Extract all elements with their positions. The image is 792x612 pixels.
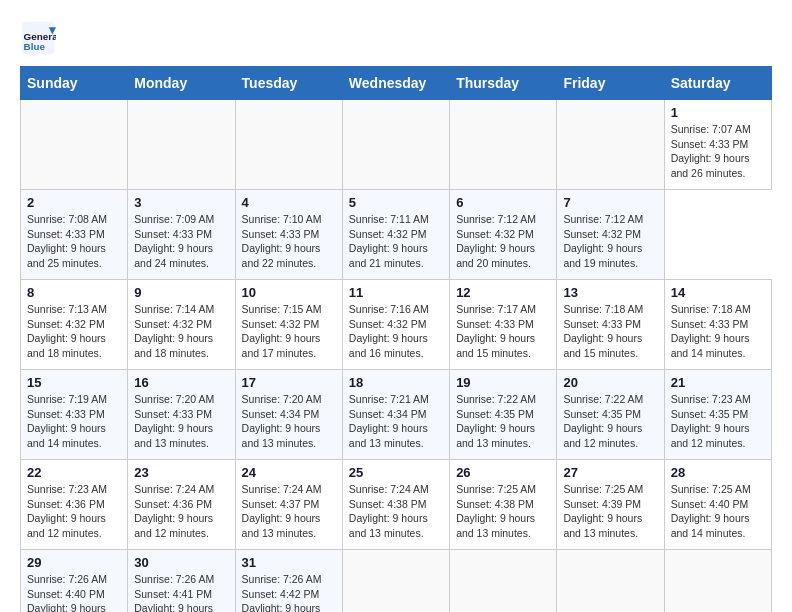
- calendar-day-cell: 12 Sunrise: 7:17 AMSunset: 4:33 PMDaylig…: [450, 280, 557, 370]
- day-info: Sunrise: 7:07 AMSunset: 4:33 PMDaylight:…: [671, 123, 751, 179]
- calendar-day-cell: 16 Sunrise: 7:20 AMSunset: 4:33 PMDaylig…: [128, 370, 235, 460]
- day-info: Sunrise: 7:13 AMSunset: 4:32 PMDaylight:…: [27, 303, 107, 359]
- calendar-day-cell: 25 Sunrise: 7:24 AMSunset: 4:38 PMDaylig…: [342, 460, 449, 550]
- calendar-day-cell: 3 Sunrise: 7:09 AMSunset: 4:33 PMDayligh…: [128, 190, 235, 280]
- day-number: 4: [242, 195, 336, 210]
- calendar-table: SundayMondayTuesdayWednesdayThursdayFrid…: [20, 66, 772, 612]
- day-info: Sunrise: 7:23 AMSunset: 4:35 PMDaylight:…: [671, 393, 751, 449]
- day-info: Sunrise: 7:22 AMSunset: 4:35 PMDaylight:…: [456, 393, 536, 449]
- calendar-day-cell: 1 Sunrise: 7:07 AMSunset: 4:33 PMDayligh…: [664, 100, 771, 190]
- calendar-day-cell: 14 Sunrise: 7:18 AMSunset: 4:33 PMDaylig…: [664, 280, 771, 370]
- day-number: 15: [27, 375, 121, 390]
- day-number: 30: [134, 555, 228, 570]
- day-number: 19: [456, 375, 550, 390]
- empty-cell: [128, 100, 235, 190]
- day-number: 6: [456, 195, 550, 210]
- calendar-day-cell: [557, 550, 664, 613]
- calendar-day-cell: 6 Sunrise: 7:12 AMSunset: 4:32 PMDayligh…: [450, 190, 557, 280]
- day-info: Sunrise: 7:22 AMSunset: 4:35 PMDaylight:…: [563, 393, 643, 449]
- day-number: 3: [134, 195, 228, 210]
- day-info: Sunrise: 7:18 AMSunset: 4:33 PMDaylight:…: [671, 303, 751, 359]
- day-number: 14: [671, 285, 765, 300]
- day-info: Sunrise: 7:11 AMSunset: 4:32 PMDaylight:…: [349, 213, 429, 269]
- logo: General Blue: [20, 20, 60, 56]
- weekday-header: Tuesday: [235, 67, 342, 100]
- calendar-week-row: 15 Sunrise: 7:19 AMSunset: 4:33 PMDaylig…: [21, 370, 772, 460]
- calendar-day-cell: 18 Sunrise: 7:21 AMSunset: 4:34 PMDaylig…: [342, 370, 449, 460]
- day-number: 11: [349, 285, 443, 300]
- day-info: Sunrise: 7:12 AMSunset: 4:32 PMDaylight:…: [456, 213, 536, 269]
- day-number: 29: [27, 555, 121, 570]
- day-info: Sunrise: 7:26 AMSunset: 4:40 PMDaylight:…: [27, 573, 107, 612]
- calendar-day-cell: [450, 550, 557, 613]
- day-info: Sunrise: 7:19 AMSunset: 4:33 PMDaylight:…: [27, 393, 107, 449]
- day-number: 9: [134, 285, 228, 300]
- day-number: 18: [349, 375, 443, 390]
- empty-cell: [21, 100, 128, 190]
- calendar-day-cell: 24 Sunrise: 7:24 AMSunset: 4:37 PMDaylig…: [235, 460, 342, 550]
- logo-icon: General Blue: [20, 20, 56, 56]
- calendar-day-cell: [664, 550, 771, 613]
- day-number: 12: [456, 285, 550, 300]
- calendar-day-cell: 7 Sunrise: 7:12 AMSunset: 4:32 PMDayligh…: [557, 190, 664, 280]
- day-number: 1: [671, 105, 765, 120]
- day-number: 25: [349, 465, 443, 480]
- weekday-header: Sunday: [21, 67, 128, 100]
- day-number: 20: [563, 375, 657, 390]
- calendar-week-row: 2 Sunrise: 7:08 AMSunset: 4:33 PMDayligh…: [21, 190, 772, 280]
- calendar-week-row: 22 Sunrise: 7:23 AMSunset: 4:36 PMDaylig…: [21, 460, 772, 550]
- calendar-day-cell: 22 Sunrise: 7:23 AMSunset: 4:36 PMDaylig…: [21, 460, 128, 550]
- calendar-day-cell: 11 Sunrise: 7:16 AMSunset: 4:32 PMDaylig…: [342, 280, 449, 370]
- day-info: Sunrise: 7:24 AMSunset: 4:38 PMDaylight:…: [349, 483, 429, 539]
- day-number: 23: [134, 465, 228, 480]
- day-info: Sunrise: 7:23 AMSunset: 4:36 PMDaylight:…: [27, 483, 107, 539]
- day-info: Sunrise: 7:15 AMSunset: 4:32 PMDaylight:…: [242, 303, 322, 359]
- calendar-week-row: 1 Sunrise: 7:07 AMSunset: 4:33 PMDayligh…: [21, 100, 772, 190]
- calendar-day-cell: 15 Sunrise: 7:19 AMSunset: 4:33 PMDaylig…: [21, 370, 128, 460]
- day-info: Sunrise: 7:17 AMSunset: 4:33 PMDaylight:…: [456, 303, 536, 359]
- empty-cell: [342, 100, 449, 190]
- day-info: Sunrise: 7:20 AMSunset: 4:33 PMDaylight:…: [134, 393, 214, 449]
- calendar-week-row: 8 Sunrise: 7:13 AMSunset: 4:32 PMDayligh…: [21, 280, 772, 370]
- day-number: 10: [242, 285, 336, 300]
- day-info: Sunrise: 7:18 AMSunset: 4:33 PMDaylight:…: [563, 303, 643, 359]
- day-number: 22: [27, 465, 121, 480]
- calendar-day-cell: 28 Sunrise: 7:25 AMSunset: 4:40 PMDaylig…: [664, 460, 771, 550]
- calendar-day-cell: 19 Sunrise: 7:22 AMSunset: 4:35 PMDaylig…: [450, 370, 557, 460]
- day-info: Sunrise: 7:25 AMSunset: 4:40 PMDaylight:…: [671, 483, 751, 539]
- calendar-day-cell: 29 Sunrise: 7:26 AMSunset: 4:40 PMDaylig…: [21, 550, 128, 613]
- day-info: Sunrise: 7:26 AMSunset: 4:42 PMDaylight:…: [242, 573, 322, 612]
- svg-text:Blue: Blue: [24, 41, 46, 52]
- day-number: 31: [242, 555, 336, 570]
- calendar-day-cell: 10 Sunrise: 7:15 AMSunset: 4:32 PMDaylig…: [235, 280, 342, 370]
- calendar-day-cell: 31 Sunrise: 7:26 AMSunset: 4:42 PMDaylig…: [235, 550, 342, 613]
- day-number: 21: [671, 375, 765, 390]
- calendar-day-cell: 21 Sunrise: 7:23 AMSunset: 4:35 PMDaylig…: [664, 370, 771, 460]
- day-info: Sunrise: 7:20 AMSunset: 4:34 PMDaylight:…: [242, 393, 322, 449]
- day-info: Sunrise: 7:25 AMSunset: 4:39 PMDaylight:…: [563, 483, 643, 539]
- calendar-week-row: 29 Sunrise: 7:26 AMSunset: 4:40 PMDaylig…: [21, 550, 772, 613]
- calendar-day-cell: 9 Sunrise: 7:14 AMSunset: 4:32 PMDayligh…: [128, 280, 235, 370]
- day-number: 24: [242, 465, 336, 480]
- empty-cell: [450, 100, 557, 190]
- weekday-header: Wednesday: [342, 67, 449, 100]
- day-info: Sunrise: 7:24 AMSunset: 4:37 PMDaylight:…: [242, 483, 322, 539]
- calendar-day-cell: 26 Sunrise: 7:25 AMSunset: 4:38 PMDaylig…: [450, 460, 557, 550]
- day-number: 8: [27, 285, 121, 300]
- calendar-day-cell: 30 Sunrise: 7:26 AMSunset: 4:41 PMDaylig…: [128, 550, 235, 613]
- day-number: 7: [563, 195, 657, 210]
- day-info: Sunrise: 7:10 AMSunset: 4:33 PMDaylight:…: [242, 213, 322, 269]
- weekday-header: Monday: [128, 67, 235, 100]
- day-number: 2: [27, 195, 121, 210]
- day-number: 26: [456, 465, 550, 480]
- calendar-day-cell: 2 Sunrise: 7:08 AMSunset: 4:33 PMDayligh…: [21, 190, 128, 280]
- calendar-day-cell: 17 Sunrise: 7:20 AMSunset: 4:34 PMDaylig…: [235, 370, 342, 460]
- day-info: Sunrise: 7:26 AMSunset: 4:41 PMDaylight:…: [134, 573, 214, 612]
- day-info: Sunrise: 7:16 AMSunset: 4:32 PMDaylight:…: [349, 303, 429, 359]
- calendar-day-cell: 5 Sunrise: 7:11 AMSunset: 4:32 PMDayligh…: [342, 190, 449, 280]
- calendar-day-cell: 27 Sunrise: 7:25 AMSunset: 4:39 PMDaylig…: [557, 460, 664, 550]
- day-number: 17: [242, 375, 336, 390]
- day-number: 13: [563, 285, 657, 300]
- day-number: 27: [563, 465, 657, 480]
- day-info: Sunrise: 7:21 AMSunset: 4:34 PMDaylight:…: [349, 393, 429, 449]
